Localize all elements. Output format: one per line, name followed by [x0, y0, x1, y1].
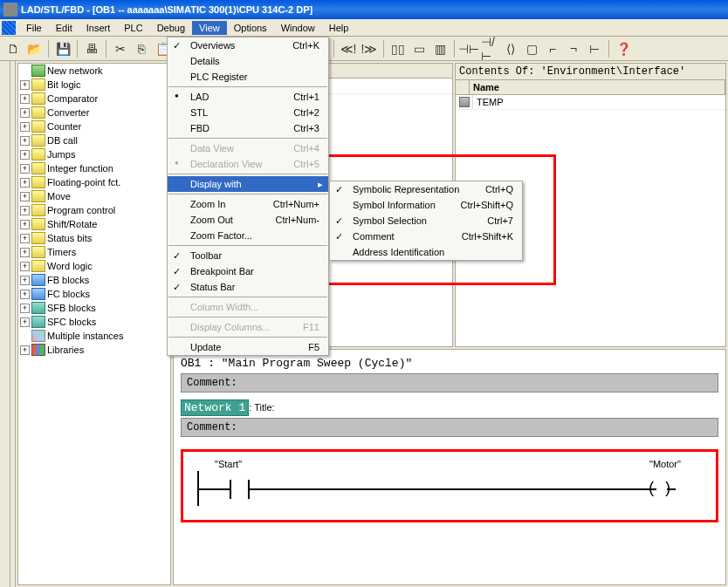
tree-item[interactable]: +Jumps [18, 147, 170, 161]
tree-item[interactable]: +Libraries [18, 343, 170, 357]
overview-button[interactable]: ▯▯ [388, 39, 408, 58]
connect-button[interactable]: ⊢ [585, 39, 604, 58]
tree-item[interactable]: +Converter [18, 106, 170, 119]
branch-open-button[interactable]: ⌐ [543, 39, 562, 58]
expand-icon[interactable]: + [20, 248, 30, 257]
submenu-item[interactable]: ✓Symbol SelectionCtrl+7 [330, 213, 522, 229]
tree-item[interactable]: +Status bits [18, 231, 170, 245]
contents-row[interactable]: TEMP [473, 95, 507, 109]
tree-item[interactable]: Multiple instances [18, 329, 170, 343]
expand-icon[interactable]: + [20, 94, 30, 104]
tree-item[interactable]: +SFB blocks [18, 301, 170, 315]
menu-item[interactable]: ✓OverviewsCtrl+K [168, 38, 328, 53]
menu-item[interactable]: ✓Status Bar [168, 279, 328, 295]
detail-button[interactable]: ▭ [409, 39, 429, 58]
menu-item[interactable]: Details [168, 53, 328, 69]
expand-icon[interactable]: + [20, 108, 30, 118]
expand-icon[interactable]: + [20, 206, 30, 215]
menu-item[interactable]: Zoom Factor... [168, 228, 328, 243]
ncontact-button[interactable]: ⊣/⊢ [480, 39, 499, 58]
menu-edit[interactable]: Edit [49, 21, 79, 35]
expand-icon[interactable]: + [20, 345, 30, 355]
branch-close-button[interactable]: ¬ [564, 39, 583, 58]
goto-end-button[interactable]: !≫ [360, 39, 379, 58]
editor-panel[interactable]: OB1 : "Main Program Sweep (Cycle)" Comme… [173, 349, 726, 585]
menu-item[interactable]: UpdateF5 [168, 339, 328, 355]
menu-item[interactable]: Display with▸ [168, 176, 328, 192]
cut-button[interactable]: ✂ [111, 39, 130, 58]
tree-item[interactable]: +FC blocks [18, 287, 170, 301]
menu-item[interactable]: ✓Breakpoint Bar [168, 263, 328, 279]
menu-insert[interactable]: Insert [79, 21, 118, 35]
expand-icon[interactable]: + [20, 276, 30, 285]
expand-icon[interactable]: + [20, 136, 30, 146]
new-button[interactable]: 🗋 [3, 39, 23, 58]
tree-item[interactable]: +Floating-point fct. [18, 175, 170, 189]
tree-item[interactable]: +FB blocks [18, 273, 170, 287]
menu-item[interactable]: FBDCtrl+3 [168, 120, 328, 136]
network-title[interactable]: : Title: [249, 402, 274, 413]
tree-item[interactable]: +Program control [18, 203, 170, 217]
tree-item[interactable]: +Counter [18, 119, 170, 133]
submenu-item[interactable]: Address Identification [330, 244, 522, 260]
name-column[interactable]: Name [470, 80, 725, 94]
tree-item[interactable]: +Shift/Rotate [18, 217, 170, 231]
submenu-item[interactable]: Symbol InformationCtrl+Shift+Q [330, 197, 522, 213]
tree-item[interactable]: +SFC blocks [18, 315, 170, 329]
catalog-button[interactable]: ▥ [430, 39, 450, 58]
menu-item[interactable]: ●LADCtrl+1 [168, 89, 328, 105]
row-icon [456, 95, 473, 109]
expand-icon[interactable]: + [20, 290, 30, 299]
menu-item[interactable]: PLC Register [168, 69, 328, 85]
mdi-icon[interactable] [2, 21, 16, 35]
save-button[interactable]: 💾 [53, 39, 72, 58]
expand-icon[interactable]: + [20, 304, 30, 313]
goto-start-button[interactable]: ≪! [339, 39, 358, 58]
submenu-item[interactable]: ✓Symbolic RepresentationCtrl+Q [330, 181, 522, 197]
box-button[interactable]: ▢ [522, 39, 541, 58]
coil-close-icon: ) [663, 480, 672, 497]
tree-label: Program control [47, 205, 115, 215]
help-button[interactable]: ❓ [614, 39, 633, 58]
tree-item[interactable]: +Comparator [18, 92, 170, 106]
expand-icon[interactable]: + [20, 262, 30, 271]
contact-button[interactable]: ⊣⊢ [459, 39, 478, 58]
tree-item[interactable]: +DB call [18, 133, 170, 147]
coil-button[interactable]: ⟨⟩ [501, 39, 520, 58]
menu-view[interactable]: View [192, 21, 227, 35]
tree-item[interactable]: +Integer function [18, 161, 170, 175]
expand-icon[interactable]: + [20, 220, 30, 229]
menu-file[interactable]: File [19, 21, 49, 35]
menu-item[interactable]: Zoom OutCtrl+Num- [168, 212, 328, 228]
expand-icon[interactable]: + [20, 317, 30, 327]
menu-options[interactable]: Options [227, 21, 274, 35]
open-button[interactable]: 📂 [24, 39, 44, 58]
tree-item[interactable]: +Move [18, 189, 170, 203]
network-label[interactable]: Network 1 [181, 399, 249, 416]
menu-item[interactable]: ✓Toolbar [168, 248, 328, 263]
submenu-item[interactable]: ✓CommentCtrl+Shift+K [330, 229, 522, 244]
tree-panel[interactable]: New network+Bit logic+Comparator+Convert… [17, 63, 171, 585]
tree-item[interactable]: +Bit logic [18, 78, 170, 92]
expand-icon[interactable]: + [20, 178, 30, 188]
expand-icon[interactable]: + [20, 164, 30, 174]
copy-button[interactable]: ⎘ [132, 39, 151, 58]
menu-plc[interactable]: PLC [117, 21, 149, 35]
menu-debug[interactable]: Debug [150, 21, 192, 35]
comment-box-2[interactable]: Comment: [181, 418, 718, 437]
expand-icon[interactable]: + [20, 150, 30, 160]
expand-icon[interactable]: + [20, 80, 30, 90]
menu-item[interactable]: STLCtrl+2 [168, 105, 328, 120]
comment-box-1[interactable]: Comment: [181, 373, 718, 392]
tree-item[interactable]: +Word logic [18, 259, 170, 273]
menu-window[interactable]: Window [274, 21, 322, 35]
tree-item[interactable]: New network [18, 64, 170, 78]
ladder-diagram[interactable]: ( ) [190, 471, 709, 506]
menu-item[interactable]: Zoom InCtrl+Num+ [168, 196, 328, 212]
tree-item[interactable]: +Timers [18, 245, 170, 259]
expand-icon[interactable]: + [20, 234, 30, 243]
menu-help[interactable]: Help [322, 21, 356, 35]
expand-icon[interactable]: + [20, 192, 30, 201]
expand-icon[interactable]: + [20, 122, 30, 132]
print-button[interactable]: 🖶 [82, 39, 101, 58]
